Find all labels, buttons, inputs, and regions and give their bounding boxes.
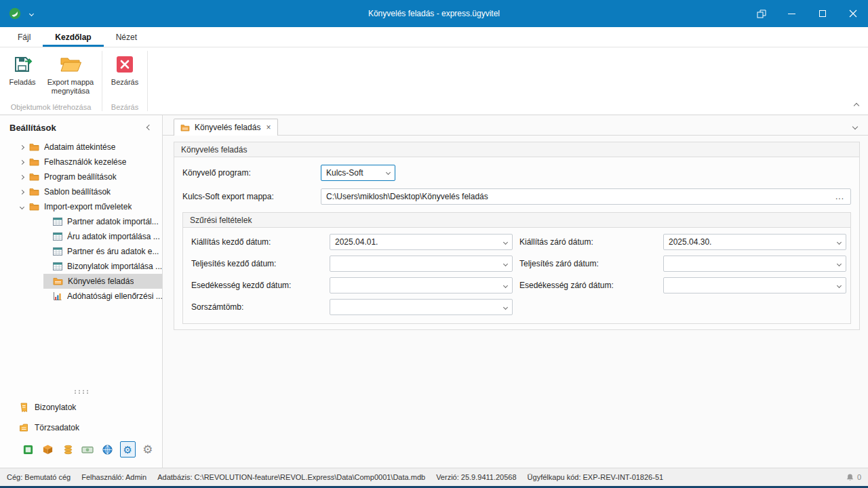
tree-item-sablon-beallitasok[interactable]: Sablon beállítások — [0, 184, 162, 199]
tabstrip-chevron-down-icon[interactable] — [852, 124, 858, 129]
close-button[interactable] — [837, 0, 868, 27]
esedekesseg-kezdo-select[interactable] — [330, 277, 513, 293]
bezaras-button-label: Bezárás — [111, 78, 138, 87]
import-table-icon — [53, 262, 62, 271]
maximize-button[interactable] — [807, 0, 837, 27]
menu-tab-kezdolap[interactable]: Kezdőlap — [43, 27, 103, 47]
chevron-right-icon[interactable] — [19, 144, 24, 149]
feladas-button[interactable]: Feladás — [3, 49, 42, 88]
tree-item-adataim-attekintese[interactable]: Adataim áttekintése — [0, 140, 162, 155]
ribbon-group-label-bezaras: Bezárás — [105, 102, 144, 115]
folder-icon — [29, 188, 39, 196]
ledger-folder-icon — [180, 124, 190, 131]
chevron-right-icon[interactable] — [19, 159, 24, 164]
menu-tab-fajl[interactable]: Fájl — [5, 27, 43, 47]
module-finance-icon[interactable] — [60, 441, 75, 458]
tab-close-icon[interactable]: × — [265, 123, 271, 132]
chevron-down-icon — [503, 304, 508, 309]
open-folder-icon — [60, 54, 81, 75]
gear-icon: ⚙ — [123, 445, 132, 455]
chevron-down-icon[interactable] — [19, 204, 24, 209]
tree-item-partner-adatok-import[interactable]: Partner adatok importál... — [43, 214, 162, 229]
export-mappa-button[interactable]: Export mappa megnyitása — [42, 49, 99, 96]
tree-item-partner-es-aru-export[interactable]: Partner és áru adatok e... — [43, 244, 162, 259]
tab-label: Könyvelés feladás — [195, 123, 260, 132]
notification-area[interactable]: 0 — [846, 473, 861, 482]
kiallitas-zaro-value: 2025.04.30. — [669, 237, 711, 247]
export-mappa-label: Kulcs-Soft export mappa: — [182, 192, 321, 201]
tree-item-label: Adataim áttekintése — [44, 142, 115, 152]
tree-item-label: Sablon beállítások — [44, 187, 111, 197]
tree-item-felhasznalok-kezelese[interactable]: Felhasználók kezelése — [0, 155, 162, 169]
card-index-icon — [19, 423, 28, 432]
import-table-icon — [53, 217, 62, 226]
kiallitas-kezdo-label: Kiállítás kezdő dátum: — [191, 237, 330, 247]
module-bar: ⚙ ⚙ — [0, 438, 162, 468]
browse-button[interactable]: ... — [831, 192, 849, 201]
status-company: Cég: Bemutató cég — [7, 473, 71, 481]
module-products-icon[interactable] — [40, 441, 55, 458]
kiallitas-zaro-label: Kiállítás záró dátum: — [519, 237, 663, 247]
module-bank-icon[interactable] — [80, 441, 95, 458]
tree-item-label: Import-export műveletek — [44, 202, 132, 211]
window-body: Beállítások Adataim áttekintése Felha — [0, 115, 868, 468]
chevron-down-icon — [837, 239, 842, 244]
kiallitas-zaro-select[interactable]: 2025.04.30. — [663, 234, 846, 250]
app-settings-icon[interactable]: ⚙ — [140, 441, 155, 458]
module-settings-icon[interactable]: ⚙ — [120, 441, 136, 458]
chevron-down-icon — [503, 261, 508, 266]
tree-item-label: Partner adatok importál... — [67, 217, 159, 226]
tab-konyveles-feladas[interactable]: Könyvelés feladás × — [174, 119, 278, 136]
tree-item-konyveles-feladas[interactable]: Könyvelés feladás — [43, 274, 162, 289]
splitter-grip[interactable] — [0, 386, 162, 397]
folder-icon — [29, 173, 39, 181]
bell-icon — [846, 473, 854, 482]
menu-bar: Fájl Kezdőlap Nézet — [0, 27, 868, 47]
tree-item-adohatosagi-ellenorzes[interactable]: Adóhatósági ellenőrzési ... — [43, 289, 162, 304]
ledger-folder-icon — [53, 277, 63, 285]
popout-window-icon[interactable] — [746, 0, 776, 27]
feladas-button-label: Feladás — [9, 78, 35, 87]
tree-item-aru-adatok-import[interactable]: Áru adatok importálása ... — [43, 229, 162, 244]
filter-row-esedekesseg: Esedékesség kezdő dátum: Esedékesség zár… — [191, 274, 842, 296]
esedekesseg-zaro-select[interactable] — [663, 277, 846, 293]
main-area: Könyvelés feladás × Könyvelés feladás Kö… — [163, 115, 868, 468]
audit-chart-icon — [53, 291, 62, 301]
kiallitas-kezdo-select[interactable]: 2025.04.01. — [330, 234, 513, 250]
menu-tab-nezet[interactable]: Nézet — [104, 27, 149, 47]
tree-item-program-beallitasok[interactable]: Program beállítások — [0, 169, 162, 184]
status-ugyfelkapu: Ügyfélkapu kód: EXP-REV-INT-01826-51 — [528, 473, 664, 481]
sidebar-collapse-chevron-icon[interactable] — [146, 125, 152, 130]
sidebar-item-bizonylatok[interactable]: Bizonylatok — [0, 397, 162, 418]
tree-item-bizonylatok-import[interactable]: Bizonylatok importálása ... — [43, 259, 162, 274]
sorszamtomb-select[interactable] — [330, 299, 513, 315]
sidebar-spacer — [0, 304, 162, 386]
quick-access-chevron-icon[interactable] — [29, 11, 34, 16]
teljesites-kezdo-select[interactable] — [330, 256, 513, 272]
export-mappa-input[interactable]: C:\Users\miklosh\Desktop\Könyvelés felad… — [321, 188, 851, 205]
sidebar-item-torzsadatok[interactable]: Törzsadatok — [0, 418, 162, 438]
sidebar-title: Beállítások — [9, 123, 56, 133]
ribbon-collapse-chevron-icon[interactable] — [854, 103, 859, 108]
field-row-program: Könyvelő program: Kulcs-Soft — [182, 161, 851, 184]
konyvelo-program-value: Kulcs-Soft — [326, 168, 363, 178]
bezaras-button[interactable]: Bezárás — [105, 49, 144, 88]
titlebar-left — [0, 7, 33, 20]
module-notes-icon[interactable] — [20, 441, 35, 458]
export-mappa-value: C:\Users\miklosh\Desktop\Könyvelés felad… — [326, 192, 831, 201]
groupbox-konyveles-feladas: Könyvelés feladás Könyvelő program: Kulc… — [174, 142, 860, 330]
export-mappa-button-label: Export mappa megnyitása — [45, 78, 96, 95]
konyvelo-program-select[interactable]: Kulcs-Soft — [321, 165, 395, 181]
teljesites-zaro-select[interactable] — [663, 256, 846, 272]
chevron-right-icon[interactable] — [19, 189, 24, 194]
tree-item-label: Felhasználók kezelése — [44, 157, 126, 167]
esedekesseg-zaro-label: Esedékesség záró dátum: — [519, 281, 663, 290]
minimize-button[interactable] — [776, 0, 807, 27]
tree-item-label: Partner és áru adatok e... — [67, 247, 159, 256]
ribbon-separator — [147, 51, 148, 111]
ribbon-group-objektumok: Feladás Export mappa megnyitása Objektum… — [0, 47, 102, 115]
chevron-right-icon[interactable] — [19, 174, 24, 179]
app-logo-icon — [8, 7, 22, 20]
module-web-icon[interactable] — [100, 441, 115, 458]
tree-item-import-export-muveletek[interactable]: Import-export műveletek — [0, 199, 162, 214]
